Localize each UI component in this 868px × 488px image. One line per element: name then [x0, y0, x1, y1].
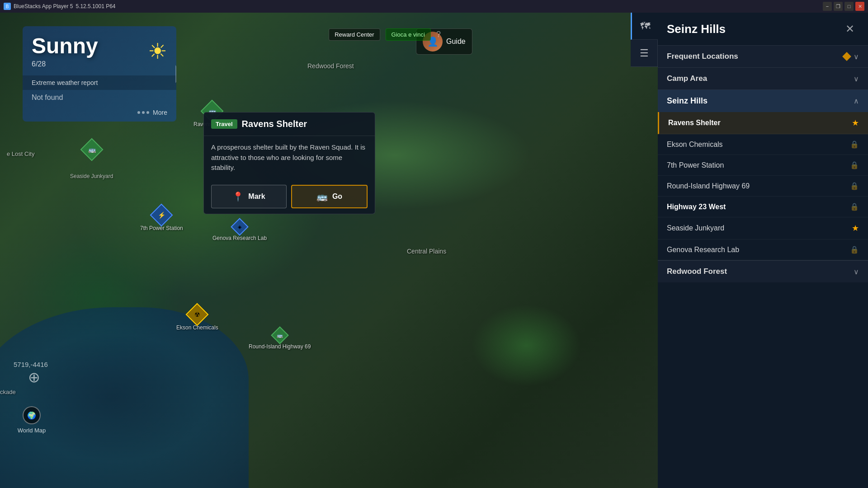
seaside-junkyard-icon-shape: 🚌 — [80, 138, 104, 161]
redwood-chevron-down-icon: ∨ — [854, 267, 859, 276]
frequent-locations-icons: ∨ — [844, 52, 859, 61]
ravens-shelter-item-name: Ravens Shelter — [668, 119, 721, 127]
seaside-junkyard-item-name: Seaside Junkyard — [667, 224, 724, 232]
round-island-item-name: Round-Island Highway 69 — [667, 182, 750, 190]
mark-button[interactable]: 📍 Mark — [211, 185, 287, 208]
seaside-junkyard-map-icon[interactable]: 🚌 — [84, 141, 100, 158]
redwood-forest-label: Redwood Forest — [307, 62, 354, 70]
dot-2 — [142, 111, 145, 114]
frequent-locations-header[interactable]: Frequent Locations ∨ — [658, 46, 868, 68]
power-icon: ⚡ — [158, 211, 165, 219]
weather-not-found: Not found — [23, 90, 176, 105]
round-island-item[interactable]: Round-Island Highway 69 🔒 — [658, 176, 868, 197]
popup-description: A prosperous shelter built by the Raven … — [204, 136, 375, 179]
power-station-map-icon[interactable]: ⚡ 7th Power Station — [140, 207, 183, 231]
highway-23-item-name: Highway 23 West — [667, 203, 726, 211]
marker-icon: 📍 — [232, 191, 244, 202]
highway-23-lock-icon: 🔒 — [850, 202, 859, 211]
help-button[interactable]: ? — [436, 30, 441, 39]
reward-center-button[interactable]: Reward Center — [329, 28, 380, 41]
highway-23-item[interactable]: Highway 23 West 🔒 — [658, 197, 868, 217]
weather-date: 6/28 — [32, 60, 98, 68]
world-map-button[interactable]: 🌍 World Map — [16, 406, 47, 434]
weather-dots — [137, 111, 149, 114]
guide-label: Guide — [446, 38, 466, 46]
weather-more-button[interactable]: More — [153, 109, 167, 116]
seaside-star-icon: ★ — [852, 223, 859, 233]
seinz-hills-header[interactable]: Seinz Hills ∧ — [658, 90, 868, 112]
weather-main: Sunny 6/28 ☀ — [23, 26, 176, 75]
go-bus-icon: 🚌 — [316, 191, 328, 202]
weather-panel-arrow — [175, 65, 176, 83]
ekson-chemicals-item-name: Ekson Chemicals — [667, 141, 723, 149]
sidebar-header: Seinz Hills ✕ — [658, 13, 868, 46]
blockade-label: ckade — [0, 389, 16, 395]
list-tab-button[interactable]: ☰ — [631, 40, 658, 67]
diamond-icon — [842, 52, 851, 61]
genova-icon: ◈ — [238, 224, 241, 230]
ekson-map-icon[interactable]: ☢ Ekson Chemicals — [176, 306, 218, 331]
window-controls: − ❐ □ ✕ — [823, 2, 864, 11]
minimize-button[interactable]: − — [823, 2, 832, 11]
camp-area-label: Camp Area — [667, 74, 707, 83]
ekson-lock-icon: 🔒 — [850, 140, 859, 149]
seinz-hills-label: Seinz Hills — [667, 96, 708, 106]
seventh-power-item-name: 7th Power Station — [667, 161, 724, 169]
seaside-junkyard-item[interactable]: Seaside Junkyard ★ — [658, 217, 868, 239]
seinz-chevron-up-icon: ∧ — [854, 97, 859, 105]
ekson-icon: ☢ — [194, 311, 200, 318]
highway-icon-shape: 🚌 — [271, 326, 289, 344]
power-station-icon-shape: ⚡ — [150, 204, 173, 227]
weather-panel: Sunny 6/28 ☀ Extreme weather report Not … — [23, 26, 176, 122]
weather-more-section: More — [23, 105, 176, 122]
world-map-icon: 🌍 — [23, 406, 41, 424]
restore-button[interactable]: ❐ — [834, 2, 843, 11]
round-island-lock-icon: 🔒 — [850, 182, 859, 190]
ravens-shelter-item[interactable]: Ravens Shelter ★ — [658, 112, 868, 134]
water-body — [0, 307, 249, 488]
extreme-weather-report: Extreme weather report — [23, 75, 176, 90]
side-icon-tab: 🗺 ☰ — [631, 13, 658, 67]
dot-3 — [146, 111, 149, 114]
map-tab-button[interactable]: 🗺 — [631, 13, 658, 40]
app-name: BlueStacks App Player 5 — [14, 3, 73, 9]
sidebar-content: Frequent Locations ∨ Camp Area ∨ Seinz H… — [658, 46, 868, 488]
go-button[interactable]: 🚌 Go — [291, 185, 368, 208]
genova-icon-shape: ◈ — [231, 218, 249, 236]
genova-research-item[interactable]: Genova Research Lab 🔒 — [658, 239, 868, 260]
popup-header: Travel Ravens Shelter — [204, 113, 375, 136]
location-popup: Travel Ravens Shelter A prosperous shelt… — [203, 112, 375, 214]
world-map-label: World Map — [18, 427, 46, 434]
weather-info: Sunny 6/28 — [32, 33, 98, 68]
sidebar-close-button[interactable]: ✕ — [841, 20, 859, 38]
redwood-forest-header[interactable]: Redwood Forest ∨ — [658, 260, 868, 282]
popup-location-name: Ravens Shelter — [242, 119, 307, 129]
seventh-power-station-item[interactable]: 7th Power Station 🔒 — [658, 155, 868, 176]
travel-badge: Travel — [211, 119, 237, 129]
mark-label: Mark — [248, 192, 265, 201]
genova-lock-icon: 🔒 — [850, 245, 859, 254]
weather-condition: Sunny — [32, 33, 98, 58]
close-button[interactable]: ✕ — [855, 2, 864, 11]
map-area[interactable]: Redwood Forest Central Plains e Lost Cit… — [0, 13, 658, 488]
sun-icon: ☀ — [148, 38, 167, 64]
camp-area-header[interactable]: Camp Area ∨ — [658, 68, 868, 90]
highway-map-icon[interactable]: 🚌 Round-Island Highway 69 — [249, 329, 311, 350]
seaside-junkyard-label: Seaside Junkyard — [70, 173, 113, 179]
genova-map-icon[interactable]: ◈ Genova Research Lab — [212, 221, 267, 241]
frequent-locations-label: Frequent Locations — [667, 52, 738, 61]
gioca-vinci-button[interactable]: Gioca e vinci — [386, 28, 431, 41]
dot-1 — [137, 111, 140, 114]
central-plains-label: Central Plains — [407, 248, 446, 255]
maximize-button[interactable]: □ — [844, 2, 854, 11]
ravens-shelter-star-icon: ★ — [852, 118, 859, 128]
camp-chevron-down-icon: ∨ — [854, 75, 859, 83]
sidebar-title: Seinz Hills — [667, 22, 726, 36]
right-sidebar: Seinz Hills ✕ Frequent Locations ∨ Camp … — [658, 13, 868, 488]
redwood-forest-label: Redwood Forest — [667, 267, 727, 276]
title-bar: B BlueStacks App Player 5 5.12.5.1001 P6… — [0, 0, 868, 13]
crosshair-icon: ⊕ — [23, 366, 45, 389]
ekson-chemicals-item[interactable]: Ekson Chemicals 🔒 — [658, 134, 868, 155]
coordinates: 5719,-4416 — [14, 361, 48, 368]
genova-item-name: Genova Research Lab — [667, 246, 739, 254]
